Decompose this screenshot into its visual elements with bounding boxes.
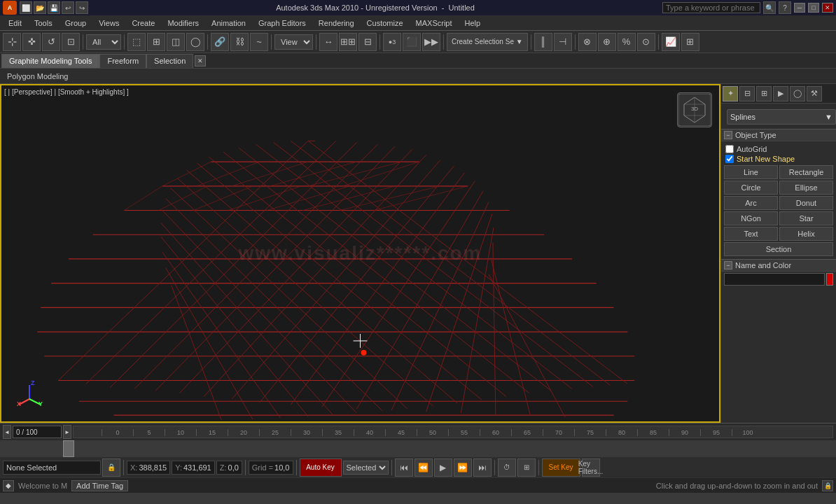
object-type-collapse-btn[interactable]: − <box>724 131 732 139</box>
utilities-panel-icon[interactable]: ⚒ <box>807 86 822 102</box>
star-btn[interactable]: Star <box>779 211 833 225</box>
view-dropdown[interactable]: View <box>274 34 313 50</box>
time-config-btn[interactable]: ⏱ <box>498 458 516 477</box>
timeline-track[interactable] <box>0 440 836 457</box>
text-btn[interactable]: Text <box>724 227 778 241</box>
menu-create[interactable]: Create <box>126 18 160 29</box>
render-frame-btn[interactable]: ⬛ <box>403 33 421 51</box>
mirror-mode-btn[interactable]: ⊣ <box>554 33 572 51</box>
viewport-config-btn[interactable]: ⊞ <box>517 458 536 477</box>
ellipse-btn[interactable]: Ellipse <box>779 181 833 195</box>
menu-help[interactable]: Help <box>459 18 487 29</box>
move-btn[interactable]: ✜ <box>22 33 41 51</box>
create-panel-icon[interactable]: ✦ <box>723 86 738 102</box>
save-btn[interactable]: 💾 <box>48 1 60 14</box>
menu-edit[interactable]: Edit <box>3 18 27 29</box>
menu-graph-editors[interactable]: Graph Editors <box>253 18 312 29</box>
splines-dropdown[interactable]: Splines ▼ <box>727 109 836 125</box>
prev-frame-btn[interactable]: ◄ <box>3 425 11 439</box>
donut-btn[interactable]: Donut <box>779 196 833 210</box>
go-end-btn[interactable]: ⏭ <box>473 458 492 477</box>
menu-animation[interactable]: Animation <box>206 18 251 29</box>
select-mode-btn[interactable]: ⊹ <box>3 33 21 51</box>
angle-snap-btn[interactable]: ⊕ <box>598 33 616 51</box>
lock-selection-btn[interactable]: 🔒 <box>102 458 120 477</box>
object-name-input[interactable] <box>724 273 825 286</box>
menu-views[interactable]: Views <box>93 18 125 29</box>
align-btn[interactable]: ⊟ <box>358 33 377 51</box>
undo-btn[interactable]: ↩ <box>62 1 74 14</box>
array-btn[interactable]: ⊞⊞ <box>339 33 357 51</box>
unlink-btn[interactable]: ⛓ <box>230 33 249 51</box>
time-slider[interactable] <box>63 440 74 457</box>
named-sel-btn[interactable]: ║ <box>534 33 552 51</box>
menu-maxscript[interactable]: MAXScript <box>410 18 458 29</box>
selected-dropdown[interactable]: Selected <box>343 461 389 475</box>
menu-customize[interactable]: Customize <box>361 18 409 29</box>
circle-btn[interactable]: Circle <box>724 181 778 195</box>
spinner-snap-btn[interactable]: ⊙ <box>637 33 655 51</box>
rotate-btn[interactable]: ↺ <box>42 33 60 51</box>
tab-selection[interactable]: Selection <box>146 54 193 68</box>
lock-icon[interactable]: 🔒 <box>822 480 833 491</box>
select-obj-btn[interactable]: ⬚ <box>127 33 146 51</box>
hierarchy-panel-icon[interactable]: ⊞ <box>756 86 772 102</box>
name-color-header[interactable]: − Name and Color <box>721 259 836 272</box>
graphite-close-btn[interactable]: ✕ <box>195 55 206 66</box>
rectangle-btn[interactable]: Rectangle <box>779 165 833 179</box>
tab-graphite-modeling[interactable]: Graphite Modeling Tools <box>1 54 99 68</box>
menu-rendering[interactable]: Rendering <box>313 18 360 29</box>
mirror-btn[interactable]: ↔ <box>319 33 337 51</box>
tab-freeform[interactable]: Freeform <box>99 54 146 68</box>
help-btn[interactable]: ? <box>779 1 791 14</box>
helix-btn[interactable]: Helix <box>779 227 833 241</box>
add-time-tag-btn[interactable]: Add Time Tag <box>71 480 128 491</box>
menu-group[interactable]: Group <box>60 18 92 29</box>
mini-icon[interactable]: ◆ <box>3 480 14 491</box>
section-btn[interactable]: Section <box>724 242 833 256</box>
bind-space-warp-btn[interactable]: ~ <box>250 33 268 51</box>
link-btn[interactable]: 🔗 <box>211 33 229 51</box>
name-color-collapse-btn[interactable]: − <box>724 261 732 270</box>
arc-btn[interactable]: Arc <box>724 196 778 210</box>
menu-modifiers[interactable]: Modifiers <box>162 18 204 29</box>
menu-tools[interactable]: Tools <box>29 18 58 29</box>
viewport[interactable]: [ | [Perspective] | [Smooth + Highlights… <box>0 84 720 423</box>
search-input[interactable] <box>662 2 760 13</box>
select-region-btn[interactable]: ⊞ <box>147 33 165 51</box>
object-type-header[interactable]: − Object Type <box>721 129 836 141</box>
key-filters-btn[interactable]: Key Filters... <box>582 458 600 477</box>
close-btn[interactable]: ✕ <box>822 3 833 13</box>
filter-dropdown[interactable]: All <box>86 34 121 50</box>
redo-btn[interactable]: ↪ <box>76 1 88 14</box>
new-btn[interactable]: ⬜ <box>20 1 32 14</box>
object-color-swatch[interactable] <box>826 273 833 286</box>
autokey-btn[interactable]: Auto Key <box>300 458 342 477</box>
display-panel-icon[interactable]: ◯ <box>790 86 805 102</box>
percent-snap-btn[interactable]: % <box>618 33 636 51</box>
line-btn[interactable]: Line <box>724 165 778 179</box>
maximize-btn[interactable]: □ <box>808 3 819 13</box>
next-frame-ctrl[interactable]: ⏩ <box>454 458 472 477</box>
motion-panel-icon[interactable]: ▶ <box>773 86 788 102</box>
schematic-btn[interactable]: ⊞ <box>681 33 699 51</box>
window-crossing-btn[interactable]: ◫ <box>167 33 185 51</box>
search-btn[interactable]: 🔍 <box>763 1 776 14</box>
snap-btn[interactable]: ⊗ <box>578 33 597 51</box>
setkey-btn[interactable]: Set Key <box>542 458 580 477</box>
play-btn[interactable]: ▶ <box>434 458 452 477</box>
anim-btn[interactable]: ▶▶ <box>422 33 440 51</box>
open-btn[interactable]: 📂 <box>34 1 46 14</box>
layer-btn[interactable]: ●3 <box>383 33 401 51</box>
go-start-btn[interactable]: ⏮ <box>395 458 413 477</box>
curve-editor-btn[interactable]: 📈 <box>662 33 680 51</box>
scale-btn[interactable]: ⊡ <box>62 33 80 51</box>
autogrid-checkbox[interactable] <box>725 145 734 153</box>
select-filter-btn[interactable]: ◯ <box>186 33 204 51</box>
create-selection-btn[interactable]: Create Selection Se ▼ <box>447 33 528 51</box>
minimize-btn[interactable]: ─ <box>794 3 805 13</box>
next-frame-btn[interactable]: ► <box>63 425 71 439</box>
ngon-btn[interactable]: NGon <box>724 211 778 225</box>
prev-frame-ctrl[interactable]: ⏪ <box>414 458 433 477</box>
start-new-shape-checkbox[interactable] <box>725 155 734 163</box>
